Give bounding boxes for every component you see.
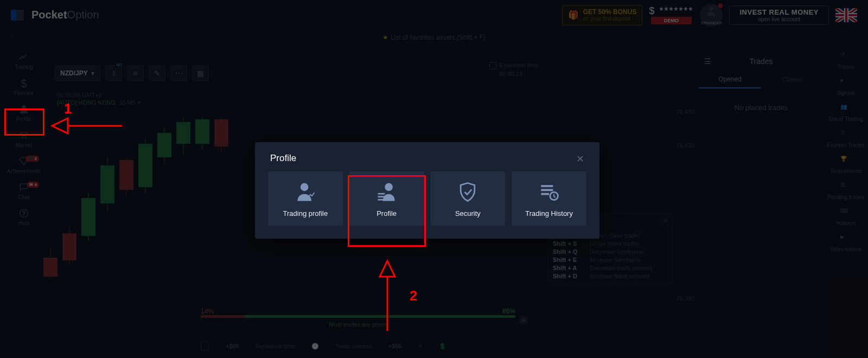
svg-point-6 bbox=[301, 183, 309, 191]
svg-rect-12 bbox=[541, 189, 553, 191]
modal-title: Profile bbox=[270, 153, 296, 165]
svg-rect-10 bbox=[378, 199, 385, 200]
svg-point-7 bbox=[385, 183, 393, 191]
annotation-arrow-2 bbox=[376, 258, 398, 334]
svg-rect-13 bbox=[541, 193, 549, 195]
svg-rect-8 bbox=[378, 193, 385, 194]
svg-rect-11 bbox=[541, 185, 553, 187]
tile-profile[interactable]: Profile bbox=[349, 171, 424, 226]
close-icon[interactable]: ✕ bbox=[576, 153, 584, 165]
trading-profile-icon bbox=[293, 180, 317, 204]
svg-rect-9 bbox=[378, 196, 385, 197]
tile-security[interactable]: Security bbox=[431, 171, 506, 226]
profile-modal: Profile ✕ Trading profile Profile Securi… bbox=[255, 142, 599, 239]
tile-trading-history[interactable]: Trading History bbox=[512, 171, 586, 226]
profile-icon bbox=[375, 180, 399, 204]
annotation-arrow-1 bbox=[49, 115, 125, 137]
shield-icon bbox=[456, 180, 480, 204]
tile-trading-profile[interactable]: Trading profile bbox=[268, 171, 343, 226]
history-icon bbox=[537, 180, 561, 204]
annotation-label-2: 2 bbox=[410, 287, 417, 304]
